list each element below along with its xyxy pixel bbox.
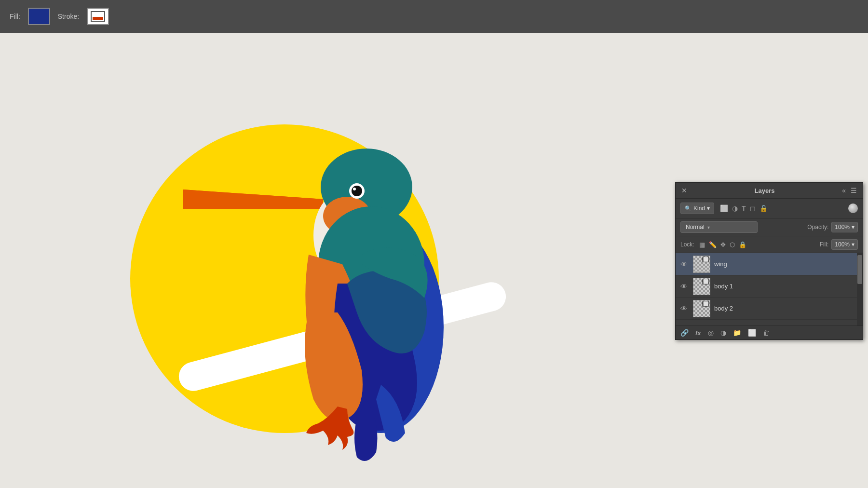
layers-panel-title: Layers <box>755 187 775 194</box>
blend-row: Normal ▾ Opacity: 100% ▾ <box>676 218 863 236</box>
fx-icon[interactable]: fx <box>695 329 701 337</box>
kind-icons: ⬜ ◑ T ◻ 🔒 <box>720 204 768 212</box>
layer-visibility-body2[interactable]: 👁 <box>680 305 689 312</box>
layers-bottom-bar: 🔗 fx ◎ ◑ 📁 ⬜ 🗑 <box>676 325 863 339</box>
layers-list-container: 👁 ⬜ wing 👁 ⬜ body 1 👁 <box>676 253 863 325</box>
layer-thumb-icon-body1: ⬜ <box>702 279 709 285</box>
new-group-icon[interactable]: 📁 <box>733 329 741 337</box>
link-layers-icon[interactable]: 🔗 <box>680 329 689 337</box>
pixel-filter-icon[interactable]: ⬜ <box>720 204 728 212</box>
shape-filter-icon[interactable]: ◻ <box>750 204 756 212</box>
opacity-label: Opacity: <box>807 224 828 230</box>
lock-position-icon[interactable]: ✥ <box>720 241 726 248</box>
layers-close-button[interactable]: ✕ <box>681 187 687 194</box>
lock-all-icon[interactable]: 🔒 <box>739 241 746 248</box>
panel-orb[interactable] <box>848 203 858 213</box>
stroke-label: Stroke: <box>58 13 79 20</box>
layer-visibility-body1[interactable]: 👁 <box>680 283 689 290</box>
panel-menu-button[interactable]: ☰ <box>851 187 857 194</box>
layers-scrollbar[interactable] <box>857 253 863 325</box>
adjustment-filter-icon[interactable]: ◑ <box>732 204 738 212</box>
opacity-value: 100% <box>835 224 850 230</box>
panel-header-icons: « ☰ <box>842 187 857 194</box>
fill-label-layers: Fill: <box>820 241 829 248</box>
opacity-dropdown[interactable]: 100% ▾ <box>831 222 858 232</box>
smart-filter-icon[interactable]: 🔒 <box>760 204 768 212</box>
fill-dropdown[interactable]: 100% ▾ <box>831 239 858 250</box>
layer-name-body1: body 1 <box>714 283 858 290</box>
lock-transparent-icon[interactable]: ▦ <box>699 241 705 248</box>
opacity-chevron-icon: ▾ <box>852 224 854 230</box>
fill-label: Fill: <box>10 13 20 20</box>
opacity-section: Opacity: 100% ▾ <box>807 222 858 232</box>
layer-item-wing[interactable]: 👁 ⬜ wing <box>676 253 863 275</box>
blend-mode-value: Normal <box>686 224 705 230</box>
toolbar: Fill: Stroke: <box>0 0 868 33</box>
layer-thumb-body2: ⬜ <box>693 300 710 317</box>
layers-panel: ✕ Layers « ☰ 🔍 Kind ▾ ⬜ ◑ T ◻ 🔒 Normal ▾… <box>675 182 863 340</box>
layers-panel-header: ✕ Layers « ☰ <box>676 183 863 199</box>
fill-value: 100% <box>835 241 850 248</box>
layer-name-body2: body 2 <box>714 305 858 312</box>
lock-artboard-icon[interactable]: ⬡ <box>730 241 735 248</box>
layer-thumb-icon-body2: ⬜ <box>702 301 709 307</box>
layers-list: 👁 ⬜ wing 👁 ⬜ body 1 👁 <box>676 253 863 325</box>
fill-swatch[interactable] <box>28 8 50 25</box>
kind-chevron-icon: ▾ <box>707 205 710 212</box>
layer-item-body1[interactable]: 👁 ⬜ body 1 <box>676 275 863 298</box>
add-mask-icon[interactable]: ◎ <box>708 329 714 337</box>
layer-name-wing: wing <box>714 260 858 268</box>
kind-label: Kind <box>693 205 705 212</box>
layer-thumb-wing: ⬜ <box>693 256 710 273</box>
stroke-swatch[interactable] <box>87 8 109 25</box>
kind-dropdown[interactable]: 🔍 Kind ▾ <box>680 203 714 214</box>
fill-section: Fill: 100% ▾ <box>820 239 858 250</box>
adjustment-layer-icon[interactable]: ◑ <box>720 329 726 337</box>
blend-chevron-icon: ▾ <box>707 225 710 230</box>
panel-collapse-button[interactable]: « <box>842 187 846 194</box>
layer-visibility-wing[interactable]: 👁 <box>680 260 689 268</box>
lock-icons: ▦ ✏️ ✥ ⬡ 🔒 <box>699 241 746 248</box>
canvas-area <box>0 33 612 488</box>
svg-point-8 <box>352 186 362 196</box>
lock-label: Lock: <box>680 241 694 248</box>
blend-mode-dropdown[interactable]: Normal ▾ <box>680 221 758 233</box>
fill-chevron-icon: ▾ <box>852 241 854 248</box>
bird-illustration <box>29 71 511 488</box>
delete-layer-icon[interactable]: 🗑 <box>763 329 770 337</box>
lock-row: Lock: ▦ ✏️ ✥ ⬡ 🔒 Fill: 100% ▾ <box>676 236 863 253</box>
search-icon: 🔍 <box>685 205 692 212</box>
layers-scrollbar-thumb[interactable] <box>857 255 862 284</box>
kind-row: 🔍 Kind ▾ ⬜ ◑ T ◻ 🔒 <box>676 199 863 218</box>
layer-item-body2[interactable]: 👁 ⬜ body 2 <box>676 298 863 320</box>
svg-point-9 <box>353 188 356 190</box>
type-filter-icon[interactable]: T <box>742 204 746 212</box>
lock-pixels-icon[interactable]: ✏️ <box>709 241 717 248</box>
new-layer-icon[interactable]: ⬜ <box>748 329 756 337</box>
layer-thumb-body1: ⬜ <box>693 278 710 295</box>
layer-thumb-icon-wing: ⬜ <box>702 257 709 262</box>
